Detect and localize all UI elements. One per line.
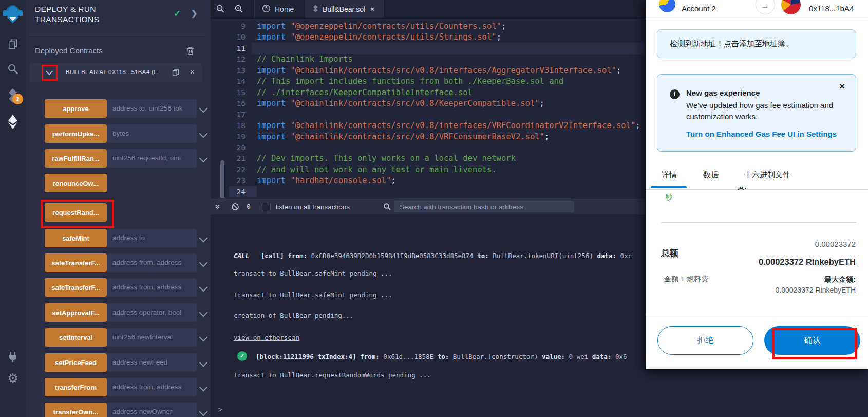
line-number: 14 [211, 76, 246, 87]
chevron-down-icon[interactable] [199, 234, 208, 243]
function-button[interactable]: performUpke... [45, 124, 107, 143]
chevron-down-icon[interactable] [199, 333, 208, 342]
function-args-input[interactable]: address to [107, 229, 197, 247]
function-button[interactable]: transferFrom [45, 378, 107, 396]
code-line: import "hardhat/console.sol"; [257, 175, 396, 186]
divider [646, 315, 868, 315]
metamask-tab-1[interactable]: 数据 [703, 170, 719, 180]
recipient-address: 0x118...1bA4 [809, 4, 854, 13]
line-number: 9 [211, 21, 246, 32]
terminal-search-icon [383, 203, 391, 213]
new-address-banner[interactable]: 检测到新地址！点击添加至地址簿。 [657, 29, 856, 58]
metamask-tab-2[interactable]: 十六进制文件 [744, 170, 790, 180]
code-line: import "@chainlink/contracts/src/v0.8/VR… [257, 131, 549, 142]
clipped-fee-label: 费: [737, 187, 747, 191]
pending-tx-count: 0 [247, 203, 251, 210]
tab-bullbear-sol[interactable]: Bull&Bear.sol × [306, 0, 384, 18]
chevron-down-icon[interactable] [199, 259, 208, 267]
tabs-border [646, 189, 868, 190]
function-row: safeTransferF...address from, address [26, 253, 211, 272]
transfer-arrow-icon: → [756, 0, 775, 14]
zoom-in-icon[interactable] [234, 4, 244, 16]
chevron-down-icon[interactable] [199, 309, 208, 317]
amount-plus-gas-label: 金额 + 燃料费 [664, 274, 709, 284]
deploy-run-icon[interactable] [0, 113, 26, 131]
settings-gear-icon[interactable]: ⚙ [0, 371, 26, 386]
metamask-tab-0[interactable]: 详情 [662, 170, 677, 180]
annotation-box-contract-expander [42, 65, 58, 81]
terminal-collapse-icon[interactable]: » [213, 205, 222, 209]
tab-home[interactable]: Home [254, 0, 306, 18]
clear-console-icon[interactable] [231, 203, 239, 213]
code-line: import "@openzeppelin/contracts/utils/Co… [257, 21, 506, 32]
function-args-input[interactable]: bytes [107, 124, 197, 143]
code-line: import "@openzeppelin/contracts/utils/St… [257, 31, 501, 43]
search-icon[interactable] [0, 62, 26, 76]
listen-checkbox[interactable] [262, 203, 271, 211]
line-number: 22 [211, 164, 246, 175]
function-button[interactable]: safeTransferF... [45, 253, 107, 272]
remix-ide-window: 1 ⚙ DEPLOY & RUN TRANSACTIONS ✓ ❯ Deploy… [0, 0, 868, 417]
function-row: transferFromaddress from, address [26, 378, 211, 396]
file-explorer-icon[interactable] [0, 37, 26, 51]
chevron-down-icon[interactable] [199, 358, 208, 367]
function-button[interactable]: safeTransferF... [45, 278, 107, 297]
zoom-out-icon[interactable] [216, 4, 225, 16]
tab-label: Home [275, 5, 294, 13]
code-line: // This import includes functions from b… [257, 76, 563, 87]
divider [661, 222, 856, 223]
function-button[interactable]: rawFulfillRan... [45, 149, 107, 168]
function-row: rawFulfillRan...uint256 requestId, uint [26, 149, 211, 168]
etherscan-link[interactable]: view on etherscan [234, 334, 299, 341]
reject-button[interactable]: 拒绝 [657, 326, 753, 355]
sender-account-name: Account 2 [682, 4, 716, 13]
function-args-input[interactable]: uint256 requestId, uint [107, 149, 197, 168]
function-args-input[interactable]: address operator, bool [107, 303, 197, 322]
chevron-down-icon[interactable] [199, 154, 208, 163]
code-line: import "@chainlink/contracts/src/v0.8/Ke… [257, 98, 544, 109]
function-args-input[interactable]: address from, address [107, 253, 197, 272]
function-args-input[interactable]: address newOwner [107, 403, 197, 417]
code-line: import "@chainlink/contracts/src/v0.8/in… [257, 120, 640, 131]
chevron-down-icon[interactable] [46, 68, 53, 75]
chevron-down-icon[interactable] [199, 104, 208, 113]
code-line: // and will not work on any test or main… [257, 164, 497, 175]
function-button[interactable]: setInterval [45, 328, 107, 347]
card-close-icon[interactable]: × [839, 81, 845, 92]
listen-label: listen on all transactions [276, 203, 350, 211]
function-args-input[interactable]: address from, address [107, 378, 197, 396]
solidity-compiler-icon[interactable]: 1 [0, 86, 26, 107]
function-button[interactable]: setApprovalF... [45, 303, 107, 322]
total-amount-small: 0.00023372 [815, 240, 856, 248]
function-args-input[interactable]: address newFeed [107, 353, 197, 372]
function-button[interactable]: approve [45, 99, 107, 118]
function-button[interactable]: setPriceFeed [45, 353, 107, 372]
function-args-input[interactable]: uint256 newInterval [107, 328, 197, 347]
function-button[interactable]: safeMint [45, 229, 107, 247]
terminal-prompt[interactable]: > [218, 405, 222, 414]
function-args-input[interactable]: address to, uint256 tok [107, 99, 197, 118]
terminal-log-line[interactable]: view on etherscan [234, 334, 299, 341]
chevron-down-icon[interactable] [199, 130, 208, 138]
chevron-down-icon[interactable] [199, 283, 208, 292]
terminal-log-line: [block:11211996 txIndex:4] from: 0x61d..… [256, 353, 627, 360]
function-args-input[interactable]: address from, address [107, 278, 197, 297]
plugin-manager-icon[interactable] [0, 350, 26, 365]
tab-close-icon[interactable]: × [370, 5, 374, 13]
gas-card-link[interactable]: Turn on Enhanced Gas Fee UI in Settings [686, 130, 837, 138]
line-number: 12 [211, 53, 246, 65]
function-button[interactable]: transferOwn... [45, 403, 107, 417]
function-row: performUpke...bytes [26, 124, 211, 143]
terminal-log-line: transact to BullBear.safeMint pending ..… [234, 269, 392, 277]
line-number: 18 [211, 120, 246, 131]
chevron-down-icon[interactable] [199, 408, 208, 416]
function-button[interactable]: renounceOw... [45, 174, 107, 192]
activity-bar: 1 ⚙ [0, 0, 26, 417]
seconds-label: 秒 [665, 193, 672, 202]
banner-text: 检测到新地址！点击添加至地址簿。 [670, 39, 793, 49]
remix-logo-icon [0, 3, 26, 26]
metamask-header: Account 2 → 0x118...1bA4 [646, 0, 868, 19]
line-number: 24 [211, 186, 246, 197]
chevron-down-icon[interactable] [199, 383, 208, 392]
terminal-search-input[interactable] [394, 201, 574, 212]
